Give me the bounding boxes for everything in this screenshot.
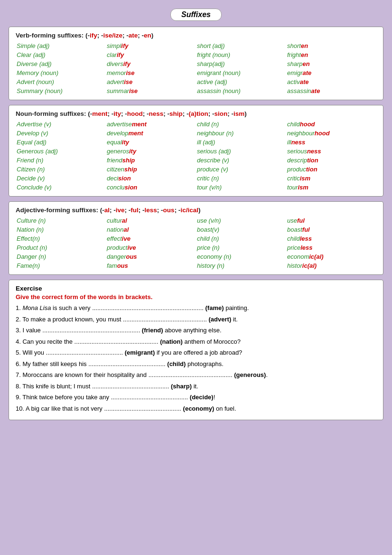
exercise-title: Exercise bbox=[16, 285, 376, 292]
cell: advertisement bbox=[106, 120, 196, 128]
cell: Simple (adj) bbox=[16, 42, 106, 50]
cell: Advert (noun) bbox=[16, 78, 106, 86]
cell: generosity bbox=[106, 147, 196, 155]
exercise-item-3: 3. I value .............................… bbox=[16, 326, 376, 335]
cell: advertise bbox=[106, 78, 196, 86]
cell: criticism bbox=[286, 174, 376, 182]
cell: frighten bbox=[286, 51, 376, 59]
cell: fright (noun) bbox=[196, 51, 286, 59]
cell: Effect(n) bbox=[16, 235, 106, 243]
cell: child (n) bbox=[196, 120, 286, 128]
cell: assassinate bbox=[286, 87, 376, 95]
exercise-section: Exercise Give the correct form of the wo… bbox=[9, 280, 383, 420]
page-title-container: Suffixes bbox=[9, 9, 383, 21]
cell: dangerous bbox=[106, 253, 196, 261]
cell: Develop (v) bbox=[16, 129, 106, 137]
exercise-instruction: Give the correct form of the words in br… bbox=[16, 293, 376, 301]
cell: assassin (noun) bbox=[196, 87, 286, 95]
cell: simplify bbox=[106, 42, 196, 50]
exercise-item-8: 8. This knife is blunt; I must .........… bbox=[16, 382, 376, 391]
cell: Advertise (v) bbox=[16, 120, 106, 128]
exercise-item-10: 10. A big car like that is not very ....… bbox=[16, 404, 376, 414]
cell: emigrate bbox=[286, 69, 376, 77]
cell: emigrant (noun) bbox=[196, 69, 286, 77]
noun-section: Noun-forming suffixes: (-ment; -ity; -ho… bbox=[9, 105, 383, 197]
cell: Conclude (v) bbox=[16, 183, 106, 191]
cell: Nation (n) bbox=[16, 226, 106, 234]
cell: historic(al) bbox=[286, 262, 376, 270]
cell: sharp(adj) bbox=[196, 60, 286, 68]
cell: Memory (noun) bbox=[16, 69, 106, 77]
cell: clarify bbox=[106, 51, 196, 59]
cell: produce (v) bbox=[196, 165, 286, 173]
cell: useful bbox=[286, 216, 376, 225]
cell: Equal (adj) bbox=[16, 138, 106, 146]
cell: development bbox=[106, 129, 196, 137]
page-container: Suffixes Verb-forming suffixes: (-ify; -… bbox=[9, 9, 383, 420]
cell: description bbox=[286, 156, 376, 164]
cell: shorten bbox=[286, 42, 376, 50]
cell: summarise bbox=[106, 87, 196, 95]
exercise-item-7: 7. Moroccans are known for their hospita… bbox=[16, 370, 376, 380]
cell: Diverse (adj) bbox=[16, 60, 106, 68]
cell: citizenship bbox=[106, 165, 196, 173]
exercise-item-6: 6. My father still keeps his ...........… bbox=[16, 359, 376, 369]
cell: boastful bbox=[286, 226, 376, 234]
cell: tourism bbox=[286, 183, 376, 191]
verb-section: Verb-forming suffixes: (-ify; -ise/ize; … bbox=[9, 27, 383, 100]
cell: childless bbox=[286, 235, 376, 243]
cell: Product (n) bbox=[16, 244, 106, 252]
cell: Danger (n) bbox=[16, 253, 106, 261]
cell: tour (v/n) bbox=[196, 183, 286, 191]
adj-section-title: Adjective-forming suffixes: (-al; -ive; … bbox=[16, 207, 376, 214]
cell: child (n) bbox=[196, 235, 286, 243]
cell: sharpen bbox=[286, 60, 376, 68]
noun-section-title: Noun-forming suffixes: (-ment; -ity; -ho… bbox=[16, 110, 376, 117]
cell: Clear (adj) bbox=[16, 51, 106, 59]
cell: national bbox=[106, 226, 196, 234]
cell: production bbox=[286, 165, 376, 173]
cell: price (n) bbox=[196, 244, 286, 252]
cell: illness bbox=[286, 138, 376, 146]
cell: Generous (adj) bbox=[16, 147, 106, 155]
cell: diversify bbox=[106, 60, 196, 68]
exercise-item-9: 9. Think twice before you take any .....… bbox=[16, 393, 376, 402]
cell: seriousness bbox=[286, 147, 376, 155]
cell: friendship bbox=[106, 156, 196, 164]
cell: Culture (n) bbox=[16, 216, 106, 225]
cell: effective bbox=[106, 235, 196, 243]
cell: history (n) bbox=[196, 262, 286, 270]
cell: critic (n) bbox=[196, 174, 286, 182]
cell: Friend (n) bbox=[16, 156, 106, 164]
adj-section: Adjective-forming suffixes: (-al; -ive; … bbox=[9, 201, 383, 275]
page-title: Suffixes bbox=[170, 9, 222, 21]
cell: short (adj) bbox=[196, 42, 286, 50]
exercise-item-1: 1. Mona Lisa is such a very ............… bbox=[16, 303, 376, 313]
cell: ill (adj) bbox=[196, 138, 286, 146]
cell: Decide (v) bbox=[16, 174, 106, 182]
cell: Summary (noun) bbox=[16, 87, 106, 95]
cell: describe (v) bbox=[196, 156, 286, 164]
exercise-item-4: 4. Can you recite the ..................… bbox=[16, 337, 376, 347]
adj-words-grid: Culture (n) cultural use (v/n) useful Na… bbox=[16, 216, 376, 270]
cell: economy (n) bbox=[196, 253, 286, 261]
cell: use (v/n) bbox=[196, 216, 286, 225]
verb-words-grid: Simple (adj) simplify short (adj) shorte… bbox=[16, 42, 376, 95]
cell: serious (adj) bbox=[196, 147, 286, 155]
cell: childhood bbox=[286, 120, 376, 128]
exercise-item-5: 5. Will you ............................… bbox=[16, 348, 376, 357]
cell: conclusion bbox=[106, 183, 196, 191]
verb-section-title: Verb-forming suffixes: (-ify; -ise/ize; … bbox=[16, 32, 376, 39]
cell: activate bbox=[286, 78, 376, 86]
exercise-item-2: 2. To make a product known, you must ...… bbox=[16, 315, 376, 324]
cell: cultural bbox=[106, 216, 196, 225]
cell: economic(al) bbox=[286, 253, 376, 261]
cell: active (adj) bbox=[196, 78, 286, 86]
cell: boast(v) bbox=[196, 226, 286, 234]
cell: memorise bbox=[106, 69, 196, 77]
cell: famous bbox=[106, 262, 196, 270]
cell: priceless bbox=[286, 244, 376, 252]
cell: Fame(n) bbox=[16, 262, 106, 270]
cell: decision bbox=[106, 174, 196, 182]
cell: neighbourhood bbox=[286, 129, 376, 137]
